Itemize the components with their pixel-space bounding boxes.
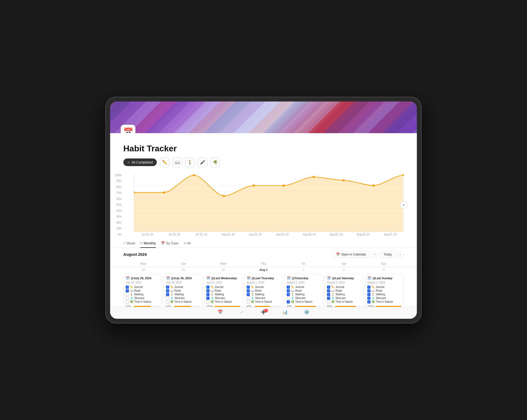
habit-row: ✓ 📖 Read [166,289,200,292]
nature-filter-btn[interactable]: 🌴 [211,158,220,167]
tab-monthly[interactable]: □ Monthly [140,239,156,248]
habit-label: Time in Nature [134,300,151,303]
day-flag: 🗓️ [247,276,251,280]
habit-checkbox[interactable]: ✓ [247,286,250,289]
nav-settings[interactable]: ⚙️ [304,309,310,315]
nav-add[interactable]: ➕ 7 [261,309,266,315]
habit-checkbox[interactable]: ✓ [166,286,169,289]
habit-checkbox[interactable] [166,300,169,303]
habit-row: 🌿 Time in Nature [166,300,200,303]
habit-icon: 🚶 [211,293,214,296]
today-btn[interactable]: Today [380,251,395,258]
skincare-filter-btn[interactable]: 🎤 [198,158,207,167]
habit-checkbox[interactable]: ✓ [206,297,209,300]
habit-checkbox[interactable]: ✓ [206,289,209,292]
habit-checkbox[interactable]: ✓ [327,293,330,296]
day-card[interactable]: 🗓️ @Last Sunday August 4, 2024 ✓ ✏️ Jour… [365,274,404,307]
habit-label: Skincare [174,297,185,300]
habit-checkbox[interactable]: ✓ [206,293,209,296]
habit-label: Read [335,289,342,292]
habit-icon: ✏️ [372,286,375,288]
habit-row: ✓ 📖 Read [206,289,240,292]
habit-checkbox[interactable]: ✓ [327,286,330,289]
tab-by-date[interactable]: 📅 By Date [161,239,178,248]
day-card-header: 🗓️ @Last Sunday [367,276,401,280]
habit-row: ✓ ✏️ Journal [327,286,361,289]
tab-week[interactable]: □ Week [123,239,135,248]
habit-checkbox[interactable] [327,300,330,303]
progress-pct: 100% [206,305,213,307]
habit-row: 🧴 Skincare [166,297,200,300]
day-card[interactable]: 🗓️ @July 29, 2024 July 29, 2024 ✓ ✏️ Jou… [123,274,162,307]
tab-all[interactable]: ≡ All [184,239,191,248]
habit-label: Walking [215,293,224,296]
progress-bar-container: 67% [166,305,200,307]
habit-checkbox[interactable] [247,297,250,300]
day-card[interactable]: 🗓️ @Last Saturday August 3, 2024 ✓ ✏️ Jo… [325,274,363,307]
habit-checkbox[interactable] [287,297,290,300]
habit-checkbox[interactable]: ✓ [367,289,370,292]
progress-pct: 80% [287,305,294,307]
day-card[interactable]: 🗓️ @Last Wednesday July 31, 2024 ✓ ✏️ Jo… [204,274,243,307]
habit-checkbox[interactable] [206,300,209,303]
habit-checkbox[interactable]: ✓ [367,293,370,296]
habit-row: ✓ 🚶 Walking [206,293,240,296]
habit-checkbox[interactable] [247,300,250,303]
by-date-icon: 📅 [161,241,165,245]
habit-checkbox[interactable] [126,293,129,296]
habit-row: ✓ 🚶 Walking [367,293,401,296]
habit-checkbox[interactable]: ✓ [327,289,330,292]
habit-checkbox[interactable]: ✓ [287,300,290,303]
page-title: Habit Tracker [123,144,404,153]
day-card[interactable]: 🗓️ @Yesterday August 2, 2024 ✓ ✏️ Journa… [284,274,323,307]
svg-point-16 [313,176,315,178]
nav-habits[interactable]: ✓ [239,309,245,315]
habit-checkbox[interactable]: ✓ [126,286,129,289]
expand-right-btn[interactable]: + [400,201,407,209]
habit-icon: 🚶 [130,293,133,296]
progress-bar-container: 67% [126,305,160,307]
day-flag: 🗓️ [327,276,331,280]
nav-calendar[interactable]: 📅 [217,309,223,315]
habit-checkbox[interactable]: ✓ [126,289,129,292]
habit-label: Skincare [295,297,305,300]
all-completed-filter[interactable]: ✓ All Completed [123,158,157,166]
habit-checkbox[interactable] [166,297,169,300]
prev-month-btn[interactable]: ‹ [372,251,378,258]
next-month-btn[interactable]: › [397,251,404,258]
day-card[interactable]: 🗓️ @Last Thursday August 1, 2024 ✓ ✏️ Jo… [244,274,283,307]
tree-icon: 🌴 [213,160,218,165]
nav-stats[interactable]: 📊 [282,309,288,315]
habit-checkbox[interactable]: ✓ [247,293,250,296]
habit-label: Journal [335,286,344,288]
calendar-controls: 📅 Open in Calendar ‹ Today › [333,251,404,258]
habit-checkbox[interactable]: ✓ [367,286,370,289]
day-card[interactable]: 🗓️ @July 30, 2024 July 30, 2024 ✓ ✏️ Jou… [164,274,202,307]
habit-label: Journal [376,286,384,288]
habit-checkbox[interactable] [126,297,129,300]
habit-label: Walking [174,293,184,296]
habit-icon: ✏️ [251,286,254,288]
progress-pct: 67% [126,305,133,307]
progress-bar-container: 80% [327,305,361,307]
habit-checkbox[interactable]: ✓ [367,297,370,300]
habit-icon: ✏️ [331,286,334,288]
habit-checkbox[interactable]: ✓ [206,286,209,289]
walking-filter-btn[interactable]: 🚶 [185,158,195,167]
habit-checkbox[interactable]: ✓ [287,286,290,289]
habit-checkbox[interactable]: ✓ [247,289,250,292]
habit-checkbox[interactable]: ✓ [166,289,169,292]
bottom-nav: 📅 ✓ ➕ 7 📊 ⚙️ [110,307,417,319]
open-calendar-btn[interactable]: 📅 Open in Calendar [333,251,369,258]
habit-checkbox[interactable]: ✓ [287,289,290,292]
svg-point-17 [343,179,345,181]
journal-filter-btn[interactable]: ✏️ [160,158,169,167]
habit-icon: 🧴 [331,297,334,300]
habit-checkbox[interactable]: ✓ [166,293,169,296]
read-filter-btn[interactable]: 📖 [173,158,182,167]
habit-checkbox[interactable]: ✓ [367,300,370,303]
habit-checkbox[interactable]: ✓ [287,293,290,296]
weekday-tue: Tue [163,261,203,266]
habit-checkbox[interactable]: ✓ [327,297,330,300]
habit-checkbox[interactable] [126,300,129,303]
